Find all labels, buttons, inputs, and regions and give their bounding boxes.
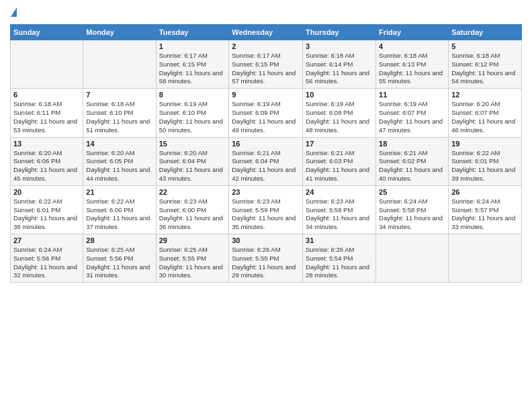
day-number: 13 [13,140,80,148]
day-info: Sunrise: 6:22 AMSunset: 6:01 PMDaylight:… [13,197,80,232]
day-info: Sunrise: 6:25 AMSunset: 5:55 PMDaylight:… [159,246,226,280]
calendar-cell: 3Sunrise: 6:18 AMSunset: 6:14 PMDaylight… [303,40,376,89]
day-info: Sunrise: 6:19 AMSunset: 6:07 PMDaylight:… [379,100,445,134]
calendar-cell: 5Sunrise: 6:18 AMSunset: 6:12 PMDaylight… [449,40,522,89]
day-number: 1 [159,42,226,50]
calendar-cell: 28Sunrise: 6:25 AMSunset: 5:56 PMDayligh… [83,234,156,283]
day-number: 23 [232,188,300,196]
day-number: 26 [451,188,519,196]
day-info: Sunrise: 6:18 AMSunset: 6:11 PMDaylight:… [13,100,80,134]
day-info: Sunrise: 6:21 AMSunset: 6:02 PMDaylight:… [379,149,445,183]
week-row-1: 1Sunrise: 6:17 AMSunset: 6:15 PMDaylight… [11,40,522,89]
day-number: 21 [86,188,152,196]
day-number: 11 [379,91,445,99]
day-number: 15 [159,140,226,148]
day-number: 14 [86,140,152,148]
day-number: 19 [451,140,519,148]
calendar-cell: 9Sunrise: 6:19 AMSunset: 6:09 PMDaylight… [229,89,303,137]
day-info: Sunrise: 6:26 AMSunset: 5:54 PMDaylight:… [306,246,373,280]
weekday-header-wednesday: Wednesday [229,25,303,40]
weekday-header-thursday: Thursday [303,25,376,40]
day-info: Sunrise: 6:23 AMSunset: 5:59 PMDaylight:… [232,197,300,232]
day-info: Sunrise: 6:18 AMSunset: 6:13 PMDaylight:… [379,52,445,86]
logo-triangle-icon [11,7,17,17]
day-number: 5 [451,42,519,50]
calendar-cell: 8Sunrise: 6:19 AMSunset: 6:10 PMDaylight… [156,89,229,137]
day-info: Sunrise: 6:18 AMSunset: 6:12 PMDaylight:… [451,52,519,86]
header [10,7,522,19]
calendar-cell: 18Sunrise: 6:21 AMSunset: 6:02 PMDayligh… [376,137,449,185]
day-number: 29 [159,236,226,244]
day-number: 6 [13,91,80,99]
day-info: Sunrise: 6:20 AMSunset: 6:07 PMDaylight:… [451,100,519,134]
day-number: 17 [306,140,373,148]
day-info: Sunrise: 6:21 AMSunset: 6:04 PMDaylight:… [232,149,300,183]
calendar-table: SundayMondayTuesdayWednesdayThursdayFrid… [10,24,522,283]
day-info: Sunrise: 6:24 AMSunset: 5:56 PMDaylight:… [13,246,80,280]
day-info: Sunrise: 6:22 AMSunset: 6:01 PMDaylight:… [451,149,519,183]
day-number: 18 [379,140,445,148]
day-info: Sunrise: 6:18 AMSunset: 6:10 PMDaylight:… [86,100,152,134]
weekday-header-monday: Monday [83,25,156,40]
calendar-cell: 6Sunrise: 6:18 AMSunset: 6:11 PMDaylight… [11,89,83,137]
calendar-cell: 29Sunrise: 6:25 AMSunset: 5:55 PMDayligh… [156,234,229,283]
week-row-2: 6Sunrise: 6:18 AMSunset: 6:11 PMDaylight… [11,89,522,137]
day-info: Sunrise: 6:17 AMSunset: 6:15 PMDaylight:… [232,52,300,86]
day-number: 27 [13,236,80,244]
day-number: 7 [86,91,152,99]
weekday-header-saturday: Saturday [449,25,522,40]
calendar-cell: 16Sunrise: 6:21 AMSunset: 6:04 PMDayligh… [229,137,303,185]
day-info: Sunrise: 6:20 AMSunset: 6:04 PMDaylight:… [159,149,226,183]
day-info: Sunrise: 6:19 AMSunset: 6:10 PMDaylight:… [159,100,226,134]
day-info: Sunrise: 6:21 AMSunset: 6:03 PMDaylight:… [306,149,373,183]
calendar-cell: 17Sunrise: 6:21 AMSunset: 6:03 PMDayligh… [303,137,376,185]
day-number: 4 [379,42,445,50]
weekday-header-row: SundayMondayTuesdayWednesdayThursdayFrid… [11,25,522,40]
calendar-cell: 11Sunrise: 6:19 AMSunset: 6:07 PMDayligh… [376,89,449,137]
day-info: Sunrise: 6:19 AMSunset: 6:08 PMDaylight:… [306,100,373,134]
day-info: Sunrise: 6:24 AMSunset: 5:58 PMDaylight:… [379,197,445,232]
day-number: 3 [306,42,373,50]
calendar-cell: 27Sunrise: 6:24 AMSunset: 5:56 PMDayligh… [11,234,83,283]
calendar-cell: 23Sunrise: 6:23 AMSunset: 5:59 PMDayligh… [229,185,303,234]
calendar-cell: 31Sunrise: 6:26 AMSunset: 5:54 PMDayligh… [303,234,376,283]
calendar-cell: 21Sunrise: 6:22 AMSunset: 6:00 PMDayligh… [83,185,156,234]
week-row-5: 27Sunrise: 6:24 AMSunset: 5:56 PMDayligh… [11,234,522,283]
day-info: Sunrise: 6:24 AMSunset: 5:57 PMDaylight:… [451,197,519,232]
day-info: Sunrise: 6:17 AMSunset: 6:15 PMDaylight:… [159,52,226,86]
week-row-3: 13Sunrise: 6:20 AMSunset: 6:06 PMDayligh… [11,137,522,185]
calendar-cell: 19Sunrise: 6:22 AMSunset: 6:01 PMDayligh… [449,137,522,185]
calendar-page: SundayMondayTuesdayWednesdayThursdayFrid… [0,0,532,411]
day-info: Sunrise: 6:26 AMSunset: 5:55 PMDaylight:… [232,246,300,280]
day-info: Sunrise: 6:20 AMSunset: 6:06 PMDaylight:… [13,149,80,183]
day-number: 9 [232,91,300,99]
logo-image [10,7,17,19]
calendar-cell: 15Sunrise: 6:20 AMSunset: 6:04 PMDayligh… [156,137,229,185]
weekday-header-tuesday: Tuesday [156,25,229,40]
calendar-cell [11,40,83,89]
calendar-cell [449,234,522,283]
day-number: 22 [159,188,226,196]
day-number: 20 [13,188,80,196]
calendar-cell: 13Sunrise: 6:20 AMSunset: 6:06 PMDayligh… [11,137,83,185]
calendar-cell: 4Sunrise: 6:18 AMSunset: 6:13 PMDaylight… [376,40,449,89]
day-number: 2 [232,42,300,50]
day-number: 25 [379,188,445,196]
week-row-4: 20Sunrise: 6:22 AMSunset: 6:01 PMDayligh… [11,185,522,234]
day-info: Sunrise: 6:20 AMSunset: 6:05 PMDaylight:… [86,149,152,183]
logo [10,7,17,19]
calendar-cell: 25Sunrise: 6:24 AMSunset: 5:58 PMDayligh… [376,185,449,234]
day-number: 31 [306,236,373,244]
calendar-cell [83,40,156,89]
day-number: 28 [86,236,152,244]
day-number: 30 [232,236,300,244]
calendar-cell: 2Sunrise: 6:17 AMSunset: 6:15 PMDaylight… [229,40,303,89]
day-number: 12 [451,91,519,99]
day-info: Sunrise: 6:22 AMSunset: 6:00 PMDaylight:… [86,197,152,232]
day-number: 8 [159,91,226,99]
calendar-cell: 24Sunrise: 6:23 AMSunset: 5:58 PMDayligh… [303,185,376,234]
calendar-cell: 22Sunrise: 6:23 AMSunset: 6:00 PMDayligh… [156,185,229,234]
calendar-cell [376,234,449,283]
day-info: Sunrise: 6:23 AMSunset: 6:00 PMDaylight:… [159,197,226,232]
weekday-header-sunday: Sunday [11,25,83,40]
